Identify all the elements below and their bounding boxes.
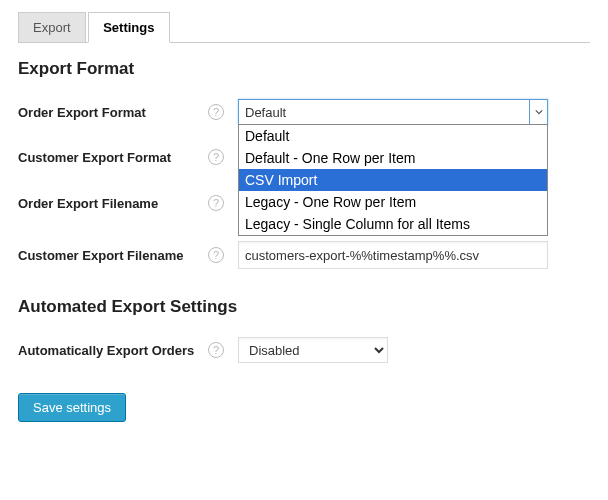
help-icon[interactable]: ? [208,149,224,165]
tab-export[interactable]: Export [18,12,86,43]
dropdown-option[interactable]: Default - One Row per Item [239,147,547,169]
order-export-format-select[interactable]: Default [238,99,548,125]
row-order-export-format: Order Export Format ? Default DefaultDef… [18,87,590,137]
help-icon[interactable]: ? [208,342,224,358]
auto-export-orders-select[interactable]: Disabled [238,337,388,363]
label-auto-export-orders: Automatically Export Orders [18,343,194,358]
save-settings-button[interactable]: Save settings [18,393,126,422]
order-export-format-dropdown[interactable]: DefaultDefault - One Row per ItemCSV Imp… [238,124,548,236]
row-auto-export-orders: Automatically Export Orders ? Disabled [18,325,590,375]
dropdown-option[interactable]: Legacy - One Row per Item [239,191,547,213]
dropdown-option[interactable]: Default [239,125,547,147]
section-export-format: Export Format [18,59,590,79]
dropdown-option[interactable]: CSV Import [239,169,547,191]
customer-export-filename-input[interactable] [238,241,548,269]
help-icon[interactable]: ? [208,195,224,211]
row-customer-export-filename: Customer Export Filename ? [18,229,590,281]
tab-bar: Export Settings [18,12,590,43]
label-customer-export-filename: Customer Export Filename [18,248,183,263]
order-export-format-selected: Default [245,105,286,120]
label-order-export-filename: Order Export Filename [18,196,158,211]
dropdown-option[interactable]: Legacy - Single Column for all Items [239,213,547,235]
chevron-down-icon [529,100,547,124]
tab-settings[interactable]: Settings [88,12,169,43]
help-icon[interactable]: ? [208,247,224,263]
help-icon[interactable]: ? [208,104,224,120]
label-order-export-format: Order Export Format [18,105,146,120]
section-automated-export: Automated Export Settings [18,297,590,317]
label-customer-export-format: Customer Export Format [18,150,171,165]
